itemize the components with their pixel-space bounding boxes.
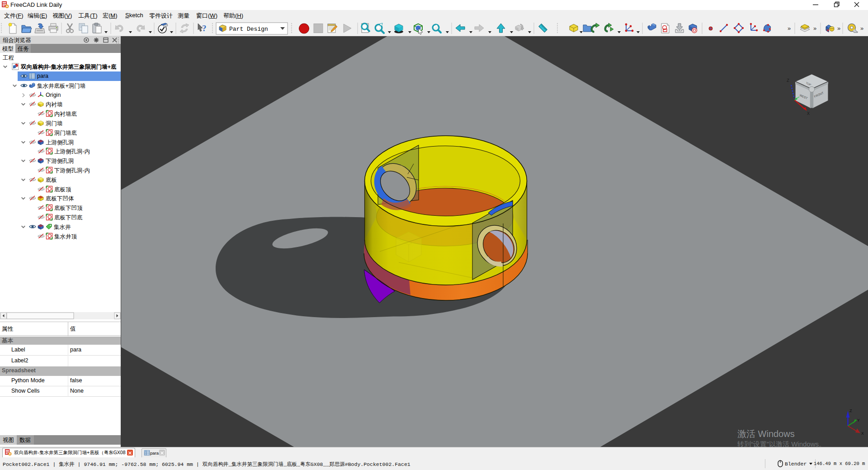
- svg-text:Part Design: Part Design: [229, 26, 268, 33]
- svg-text:»: »: [837, 25, 840, 32]
- svg-text:X: X: [807, 111, 810, 116]
- svg-text:»: »: [860, 25, 863, 32]
- svg-text:X: X: [861, 431, 864, 436]
- svg-text:Z: Z: [849, 408, 852, 413]
- svg-text:转到“设置”以激活 Windows。: 转到“设置”以激活 Windows。: [737, 440, 826, 447]
- svg-text:Z: Z: [787, 78, 789, 83]
- svg-text:Y: Y: [857, 418, 860, 423]
- svg-text:激活 Windows: 激活 Windows: [737, 429, 795, 439]
- svg-text:»: »: [813, 25, 816, 32]
- svg-text:»: »: [788, 25, 791, 32]
- svg-text:?: ?: [202, 24, 207, 33]
